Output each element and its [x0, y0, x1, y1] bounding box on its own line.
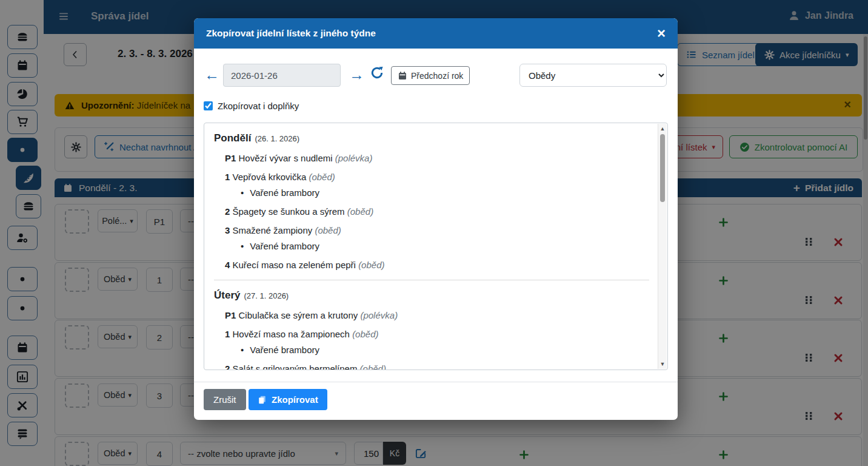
- menu-side-dish: •Vařené brambory: [214, 344, 649, 356]
- meal-type-select[interactable]: Obědy: [519, 64, 667, 87]
- copy-addons-checkbox[interactable]: [204, 101, 213, 110]
- menu-side-dish: •Vařené brambory: [214, 240, 649, 252]
- list-scrollbar-thumb[interactable]: [660, 134, 665, 202]
- next-week-arrow[interactable]: →: [349, 67, 364, 83]
- menu-item: 2 Špagety se šunkou a sýrem (oběd): [214, 206, 649, 218]
- menu-day-title: Úterý(27. 1. 2026): [214, 289, 649, 303]
- menu-item: 1 Vepřová krkovička (oběd): [214, 171, 649, 183]
- list-scrollbar[interactable]: ▲ ▼: [658, 124, 667, 369]
- menu-item: 1 Hovězí maso na žampionech (oběd): [214, 328, 649, 340]
- screen: Správa jídel Jan Jindra 2. 3. - 8. 3. 20…: [0, 0, 868, 466]
- copy-button[interactable]: Zkopírovat: [249, 389, 327, 410]
- menu-preview-list: Pondělí(26. 1. 2026)P1 Hovězí vývar s nu…: [204, 123, 668, 370]
- calendar-icon: [398, 71, 407, 81]
- copy-addons-label: Zkopírovat i doplňky: [218, 101, 299, 111]
- menu-item: 2 Salát s grilovaným hermelínem (oběd): [214, 363, 649, 370]
- menu-item: P1 Cibulačka se sýrem a krutony (polévka…: [214, 309, 649, 322]
- copy-menu-modal: Zkopírovat jídelní lístek z jiného týdne…: [194, 18, 678, 420]
- modal-title: Zkopírovat jídelní lístek z jiného týdne: [206, 28, 376, 39]
- week-date-input[interactable]: [223, 64, 341, 87]
- cancel-button[interactable]: Zrušit: [204, 389, 246, 410]
- menu-item: 4 Kuřecí maso na zeleném pepři (oběd): [214, 259, 649, 271]
- prev-week-arrow[interactable]: ←: [204, 67, 219, 83]
- modal-header: Zkopírovat jídelní lístek z jiného týdne…: [194, 18, 678, 49]
- previous-year-button[interactable]: Předchozí rok: [391, 66, 470, 85]
- copy-icon: [258, 395, 267, 405]
- modal-close-icon[interactable]: ×: [657, 26, 666, 41]
- scroll-down-icon[interactable]: ▼: [658, 361, 667, 367]
- scroll-up-icon[interactable]: ▲: [658, 126, 667, 132]
- menu-item: P1 Hovězí vývar s nudlemi (polévka): [214, 152, 649, 164]
- day-divider: [214, 280, 649, 280]
- refresh-icon[interactable]: [370, 66, 384, 79]
- menu-day-title: Pondělí(26. 1. 2026): [214, 132, 649, 146]
- copy-addons-checkbox-row: Zkopírovat i doplňky: [204, 101, 299, 111]
- menu-item: 3 Smažené žampiony (oběd): [214, 225, 649, 237]
- modal-footer: Zrušit Zkopírovat: [194, 382, 678, 420]
- menu-side-dish: •Vařené brambory: [214, 187, 649, 199]
